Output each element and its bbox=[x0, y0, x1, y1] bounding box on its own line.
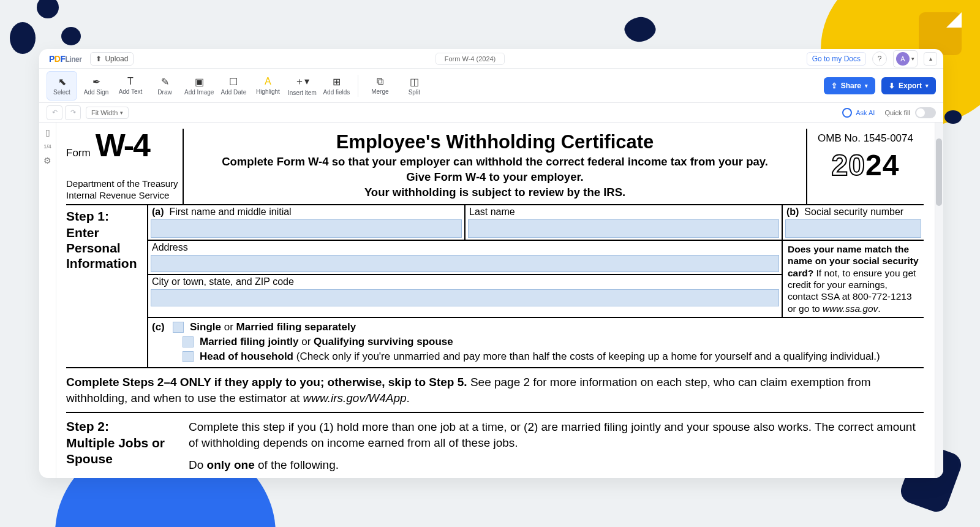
step2-p2: Do only one of the following. bbox=[189, 457, 924, 473]
share-button[interactable]: ⇪Share▾ bbox=[824, 77, 875, 94]
ask-ai-button[interactable]: Ask AI bbox=[842, 108, 875, 118]
form-word: Form bbox=[66, 147, 96, 159]
form-w4: FormW-4 Department of the Treasury Inter… bbox=[66, 129, 924, 478]
step2-p1: Complete this step if you (1) hold more … bbox=[189, 419, 924, 450]
dept-line-1: Department of the Treasury bbox=[66, 178, 179, 190]
app-logo: PDFLiner bbox=[45, 54, 85, 64]
step1-subtitle: Enter Personal Information bbox=[66, 225, 143, 271]
ssn-name-match-text: Does your name match the name on your so… bbox=[783, 241, 924, 317]
topbar: PDFLiner ⬆ Upload Form W-4 (2024) Go to … bbox=[39, 49, 943, 69]
sign-icon: ✒ bbox=[92, 76, 100, 88]
plus-icon: ＋▾ bbox=[295, 75, 309, 88]
form-sub-3: Your withholding is subject to review by… bbox=[195, 185, 795, 200]
omb-number: OMB No. 1545-0074 bbox=[810, 132, 921, 145]
dept-line-2: Internal Revenue Service bbox=[66, 190, 179, 202]
document-title[interactable]: Form W-4 (2024) bbox=[435, 53, 505, 65]
cursor-icon: ⬉ bbox=[58, 76, 66, 88]
form-year: 2024 bbox=[810, 148, 921, 182]
app-window: PDFLiner ⬆ Upload Form W-4 (2024) Go to … bbox=[39, 49, 943, 478]
image-icon: ▣ bbox=[195, 76, 204, 88]
merge-icon: ⧉ bbox=[377, 76, 383, 87]
share-icon: ⇪ bbox=[831, 82, 837, 90]
tool-add-sign[interactable]: ✒Add Sign bbox=[81, 71, 111, 100]
upload-icon: ⬆ bbox=[96, 55, 102, 63]
go-to-docs-button[interactable]: Go to my Docs bbox=[807, 52, 866, 66]
calendar-icon: ☐ bbox=[229, 76, 238, 88]
form-code: W-4 bbox=[96, 127, 149, 163]
step2-title: Step 2: bbox=[66, 419, 184, 434]
tool-draw[interactable]: ✎Draw bbox=[149, 71, 180, 100]
split-icon: ◫ bbox=[410, 76, 419, 88]
help-button[interactable]: ? bbox=[872, 51, 887, 66]
tool-merge[interactable]: ⧉Merge bbox=[364, 71, 395, 100]
tool-split[interactable]: ◫Split bbox=[399, 71, 429, 100]
last-name-field[interactable] bbox=[468, 219, 779, 238]
upload-label: Upload bbox=[105, 55, 128, 63]
zoom-fit-select[interactable]: Fit Width ▾ bbox=[86, 107, 129, 119]
export-button[interactable]: ⬇Export▾ bbox=[881, 77, 936, 94]
checkbox-mfj[interactable] bbox=[183, 336, 194, 347]
steps-2-4-note: Complete Steps 2–4 ONLY if they apply to… bbox=[66, 368, 924, 413]
checkbox-hoh[interactable] bbox=[183, 351, 194, 362]
redo-button[interactable]: ↷ bbox=[65, 105, 81, 120]
chevron-down-icon: ▾ bbox=[911, 56, 914, 62]
document-viewport[interactable]: FormW-4 Department of the Treasury Inter… bbox=[56, 123, 943, 478]
tool-select[interactable]: ⬉Select bbox=[47, 71, 77, 100]
download-icon: ⬇ bbox=[889, 82, 895, 90]
highlight-icon: A bbox=[265, 76, 271, 87]
step2-subtitle: Multiple Jobs or Spouse bbox=[66, 435, 184, 466]
tool-add-date[interactable]: ☐Add Date bbox=[218, 71, 249, 100]
chevron-down-icon: ▾ bbox=[925, 83, 929, 89]
first-name-field[interactable] bbox=[151, 219, 462, 238]
tool-add-text[interactable]: TAdd Text bbox=[115, 71, 146, 100]
tool-add-image[interactable]: ▣Add Image bbox=[184, 71, 214, 100]
scrollbar-thumb[interactable] bbox=[936, 138, 942, 206]
address-field[interactable] bbox=[151, 255, 779, 272]
avatar: A bbox=[896, 52, 910, 66]
settings-icon[interactable]: ⚙ bbox=[43, 156, 51, 165]
secondary-toolbar: ↶ ↷ Fit Width ▾ Ask AI Quick fill bbox=[39, 103, 943, 123]
upload-button[interactable]: ⬆ Upload bbox=[90, 52, 134, 66]
tool-highlight[interactable]: AHighlight bbox=[252, 71, 283, 100]
pen-icon: ✎ bbox=[161, 76, 169, 88]
expand-button[interactable]: ▴ bbox=[924, 52, 937, 66]
city-field[interactable] bbox=[151, 289, 779, 306]
text-icon: T bbox=[127, 76, 134, 87]
workspace: ▯ 1/4 ⚙ FormW-4 Department of the Treasu… bbox=[39, 123, 943, 478]
tool-insert-item[interactable]: ＋▾Insert item bbox=[287, 71, 317, 100]
checkbox-single[interactable] bbox=[173, 322, 184, 333]
tool-add-fields[interactable]: ⊞Add fields bbox=[321, 71, 352, 100]
chevron-down-icon: ▾ bbox=[120, 110, 123, 116]
chevron-down-icon: ▾ bbox=[865, 83, 868, 89]
fields-icon: ⊞ bbox=[333, 76, 341, 88]
form-title: Employee's Withholding Certificate bbox=[195, 131, 795, 153]
page-thumb-icon[interactable]: ▯ bbox=[45, 127, 50, 137]
left-rail: ▯ 1/4 ⚙ bbox=[39, 123, 56, 478]
undo-button[interactable]: ↶ bbox=[47, 105, 62, 120]
form-sub-2: Give Form W-4 to your employer. bbox=[195, 170, 795, 185]
quick-fill-toggle[interactable]: Quick fill bbox=[884, 107, 936, 118]
ai-icon bbox=[842, 108, 852, 118]
main-toolbar: ⬉Select ✒Add Sign TAdd Text ✎Draw ▣Add I… bbox=[39, 69, 943, 103]
user-menu[interactable]: A ▾ bbox=[893, 50, 918, 67]
form-sub-1: Complete Form W-4 so that your employer … bbox=[195, 154, 795, 170]
step1-title: Step 1: bbox=[66, 209, 143, 224]
page-counter: 1/4 bbox=[43, 143, 51, 150]
ssn-field[interactable] bbox=[785, 219, 921, 238]
toggle-icon bbox=[915, 107, 936, 118]
